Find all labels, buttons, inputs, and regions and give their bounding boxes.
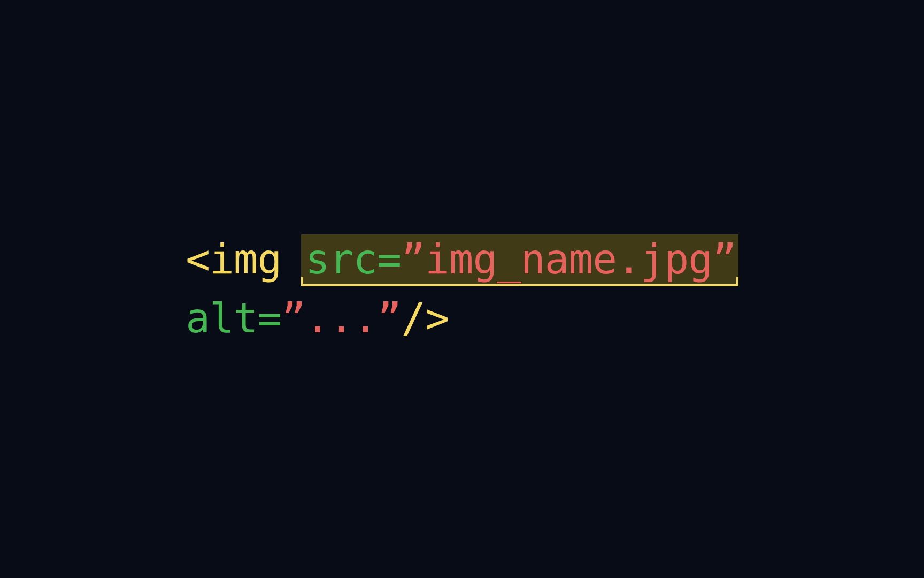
alt-quote-close: ” xyxy=(377,294,401,342)
src-attr-name: src xyxy=(305,235,377,283)
code-line-2: alt=”...”/> xyxy=(186,289,738,348)
src-quote-open: ” xyxy=(401,235,425,283)
code-line-1: <img src=”img_name.jpg” xyxy=(186,230,738,289)
src-value: img_name.jpg xyxy=(425,235,712,283)
tag-close: /> xyxy=(401,294,449,342)
alt-attr-name: alt xyxy=(186,294,257,342)
tag-open: <img xyxy=(186,235,305,283)
src-equals: = xyxy=(377,235,401,283)
src-quote-close: ” xyxy=(712,235,736,283)
code-block: <img src=”img_name.jpg” alt=”...”/> xyxy=(186,230,738,348)
alt-quote-open: ” xyxy=(281,294,305,342)
alt-value: ... xyxy=(305,294,377,342)
highlighted-src-attribute: src=”img_name.jpg” xyxy=(301,234,738,286)
alt-equals: = xyxy=(258,294,282,342)
